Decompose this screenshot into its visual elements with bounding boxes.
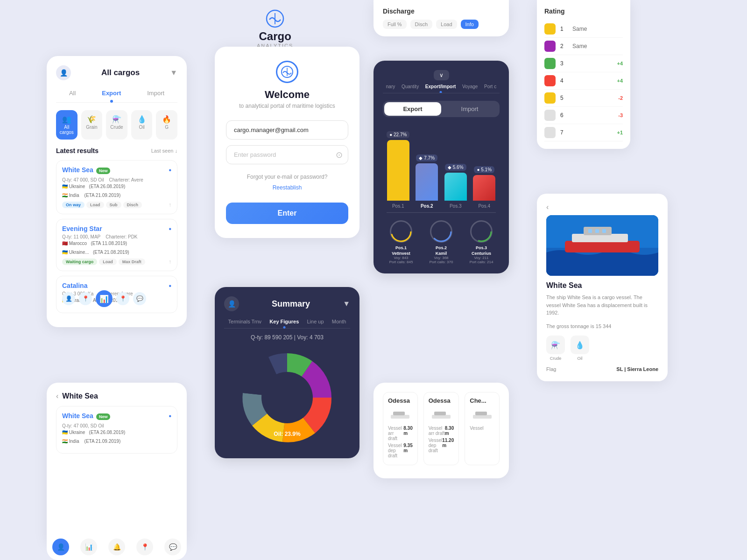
tab-all[interactable]: All <box>65 88 79 98</box>
rating-num-4: 4 <box>560 77 568 84</box>
port-odessa-2: Odessa Vessel arr draft 8.30 m Vessel de… <box>423 392 459 465</box>
nav-notif-btn[interactable]: 🔔 <box>108 539 125 555</box>
tab-export[interactable]: Export <box>98 88 125 98</box>
cargo-flags-whitesea: 🇺🇦 Ukraine (ETA 26.08.2019) <box>62 184 171 189</box>
pos-voy-3: Voy: 211 <box>463 256 500 260</box>
card-menu-icon[interactable]: • <box>169 166 171 175</box>
port-ship-icon-1 <box>388 408 412 422</box>
cargo-tags-whitesea: On way Load Sub Disch <box>62 202 171 208</box>
detail-oil-icon: 💧 <box>571 336 589 354</box>
detail-icon-row: ⚗️ Crude 💧 Oil <box>546 336 658 361</box>
bottom-flag-ukraine: 🇺🇦 Ukraine (ETA 26.08.2019) <box>62 430 125 435</box>
summary-tab-keyfigures[interactable]: Key Figures <box>269 319 299 324</box>
cargo-name-whitesea[interactable]: White Sea <box>62 166 93 174</box>
grain-label: Grain <box>83 125 101 130</box>
cargo-name-catalina[interactable]: Catalina <box>62 282 171 289</box>
type-grain[interactable]: 🌾 Grain <box>81 110 103 140</box>
nav-chart-btn[interactable]: 📊 <box>80 539 97 555</box>
last-seen-label[interactable]: Last seen ↓ <box>151 148 177 154</box>
summary-tab-month[interactable]: Month <box>332 319 346 324</box>
rating-num-1: 1 <box>560 26 568 32</box>
detail-crude-btn[interactable]: ⚗️ Crude <box>546 336 565 361</box>
cargos-tabs: All Export Import <box>56 88 177 103</box>
type-all-cargos[interactable]: 👥 All cargos <box>56 110 78 140</box>
user-avatar[interactable]: 👤 <box>56 65 71 80</box>
type-gas[interactable]: 🔥 G <box>156 110 177 140</box>
back-button[interactable]: ‹ <box>546 203 549 211</box>
bottom-title: White Sea <box>62 392 98 400</box>
detail-ship-name: White Sea <box>546 281 658 290</box>
crude-icon: ⚗️ <box>108 115 126 124</box>
tag-disch-1[interactable]: Disch <box>123 202 142 208</box>
summary-qty-label: Q-ty: 89 590 205 | Voy: 4 703 <box>224 334 350 341</box>
catalina-action-4[interactable]: 💬 <box>133 292 146 305</box>
svg-rect-18 <box>434 412 446 415</box>
nav-tab-summary[interactable]: nary <box>386 84 395 89</box>
oil-icon: 💧 <box>133 115 151 124</box>
face-id-icon[interactable]: ⊙ <box>336 150 343 160</box>
tag-waiting[interactable]: Waiting cargo <box>62 259 97 265</box>
filter-icon[interactable]: ▼ <box>170 69 177 77</box>
cargo-name-eveningstar[interactable]: Evening Star <box>62 225 171 232</box>
pos-circle-3 <box>470 220 493 243</box>
nav-tab-portc[interactable]: Port c <box>484 84 496 89</box>
enter-button[interactable]: Enter <box>226 203 348 224</box>
type-crude[interactable]: ⚗️ Crude <box>106 110 127 140</box>
tab-import[interactable]: Import <box>143 88 168 98</box>
catalina-action-2[interactable]: 📍 <box>79 292 92 305</box>
tag-load-2[interactable]: Load <box>99 259 117 265</box>
bottom-back-btn[interactable]: ‹ <box>56 392 58 400</box>
discharge-tab-load[interactable]: Load <box>436 20 457 29</box>
nav-tab-exportimport[interactable]: Export/Import <box>425 84 456 89</box>
ei-export-btn[interactable]: Export <box>384 102 441 116</box>
rating-num-7: 7 <box>560 129 568 136</box>
nav-location-btn[interactable]: 📍 <box>136 539 153 555</box>
reestablish-link[interactable]: Reestablish <box>273 184 302 191</box>
password-input[interactable] <box>226 145 348 164</box>
bottom-card-menu[interactable]: • <box>169 412 171 420</box>
nav-chat-btn[interactable]: 💬 <box>164 539 181 555</box>
detail-oil-btn[interactable]: 💧 Oil <box>571 336 589 361</box>
tag-sub-1[interactable]: Sub <box>106 202 121 208</box>
cargo-card-catalina: • Catalina Q-ty: 3 000, Ka Charterer: Av… <box>56 276 177 313</box>
cargos-title: All cargos <box>101 68 140 77</box>
nav-home-btn[interactable]: 👤 <box>52 539 69 555</box>
svg-point-6 <box>472 222 491 241</box>
type-oil[interactable]: 💧 Oil <box>131 110 153 140</box>
rating-dot-6 <box>544 110 556 121</box>
catalina-main-action[interactable]: 📊 <box>96 290 113 307</box>
summary-tab-lineup[interactable]: Line up <box>307 319 324 324</box>
rating-row-7: 7 +1 <box>544 124 623 141</box>
discharge-tab-info[interactable]: Info <box>461 20 479 29</box>
discharge-tab-full[interactable]: Full % <box>383 20 407 29</box>
port-arr-row-2: Vessel arr draft 8.30 m <box>429 426 454 436</box>
port-arr-value-2: 8.30 m <box>445 426 454 436</box>
nav-tab-quantity[interactable]: Quantity <box>402 84 419 89</box>
tag-onway[interactable]: On way <box>62 202 85 208</box>
tag-maxdraft[interactable]: Max Draft <box>119 259 145 265</box>
port-title-2: Odessa <box>429 397 454 404</box>
tag-load-1[interactable]: Load <box>86 202 104 208</box>
catalina-action-1[interactable]: 👤 <box>62 292 75 305</box>
chart-baseline <box>387 212 496 213</box>
card-menu-icon-3[interactable]: • <box>169 282 171 290</box>
chart-header: ∨ <box>383 70 500 80</box>
catalina-action-3[interactable]: 📍 <box>116 292 129 305</box>
summary-filter-icon[interactable]: ▼ <box>343 300 350 308</box>
bottom-flags-2: 🇮🇳 India (ETA 21.09.2019) <box>62 439 171 444</box>
gas-icon: 🔥 <box>158 115 176 124</box>
nav-tab-voyage[interactable]: Voyage <box>462 84 478 89</box>
ei-import-btn[interactable]: Import <box>441 102 498 116</box>
card-menu-icon-2[interactable]: • <box>169 225 171 233</box>
port-arr-label-1: Vessel arr draft <box>388 426 403 441</box>
chevron-down-btn[interactable]: ∨ <box>434 70 449 80</box>
pos-circle-2 <box>430 220 452 243</box>
crude-label: Crude <box>108 125 126 130</box>
cargo-flags-eveningstar: 🇲🇦 Marocco (ETA 11.08.2019) <box>62 241 171 246</box>
summary-tab-terminals[interactable]: Terminals Trnv <box>228 319 262 324</box>
summary-user-icon[interactable]: 👤 <box>224 296 239 311</box>
discharge-tab-disch[interactable]: Disch <box>410 20 433 29</box>
port-dep-label-1: Vessel dep draft <box>388 443 403 458</box>
email-input[interactable] <box>226 120 348 140</box>
bottom-cargo-name[interactable]: White Sea <box>62 412 93 420</box>
